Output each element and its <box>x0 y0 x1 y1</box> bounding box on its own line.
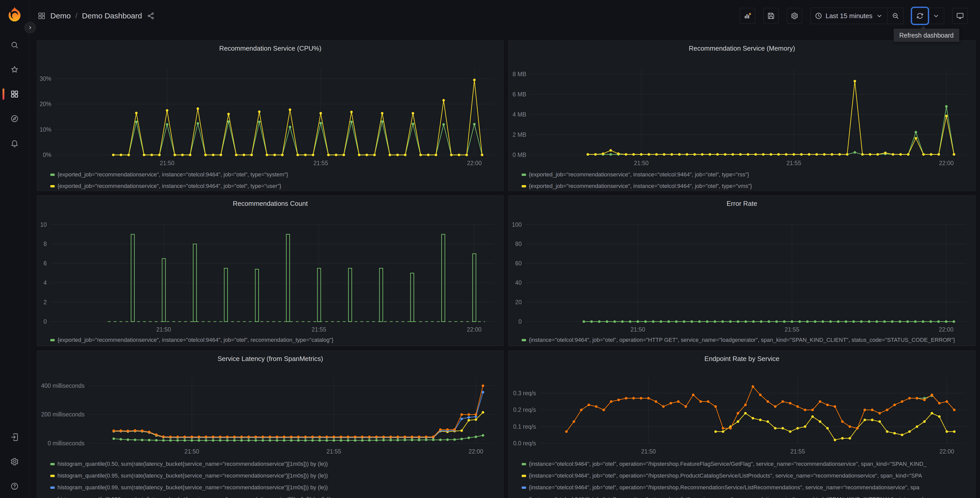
time-series-chart[interactable]: 0 MB2 MB4 MB6 MB8 MB21:5021:5522:00 <box>508 40 975 191</box>
legend-item[interactable]: histogram_quantile(0.50, sum(rate(latenc… <box>50 461 500 467</box>
time-series-chart[interactable]: 0%10%20%30%21:5021:5522:00 <box>37 40 504 191</box>
refresh-interval-dropdown[interactable] <box>928 8 944 24</box>
sidebar-expand-button[interactable] <box>24 22 36 33</box>
legend-swatch <box>50 475 55 477</box>
sidebar-item-signin[interactable] <box>0 433 29 442</box>
kiosk-mode-button[interactable] <box>952 8 968 24</box>
sidebar-item-help[interactable] <box>0 482 29 491</box>
dashboards-grid-icon <box>10 90 19 99</box>
legend-label: {instance="otelcol:9464", job="otel", op… <box>529 472 922 479</box>
legend-item[interactable]: {instance="otelcol:9464", job="otel", op… <box>522 461 972 467</box>
svg-text:22:00: 22:00 <box>939 160 954 166</box>
panel-title[interactable]: Recommendation Service (Memory) <box>508 45 975 53</box>
legend-item[interactable]: {exported_job="recommendationservice", i… <box>522 183 972 190</box>
clock-icon <box>815 12 822 20</box>
svg-text:80: 80 <box>515 241 522 247</box>
svg-text:10%: 10% <box>40 126 51 133</box>
legend-swatch <box>522 174 526 176</box>
legend-label: histogram_quantile(0.50, sum(rate(latenc… <box>57 461 328 467</box>
legend-item[interactable]: {exported_job="recommendationservice", i… <box>50 183 500 190</box>
add-panel-icon <box>744 12 751 20</box>
legend-swatch <box>522 185 526 187</box>
svg-text:21:55: 21:55 <box>790 448 805 455</box>
legend-item[interactable]: {exported_job="recommendationservice", i… <box>522 171 972 178</box>
svg-text:22:00: 22:00 <box>469 448 484 455</box>
sidebar-item-starred[interactable] <box>0 65 29 74</box>
time-series-chart[interactable]: 02040608010021:5021:5522:00 <box>508 196 975 346</box>
legend-item[interactable]: {exported_job="recommendationservice", i… <box>50 171 500 178</box>
legend-swatch <box>522 463 526 465</box>
legend-swatch <box>50 174 55 176</box>
panel-title[interactable]: Recommendations Count <box>37 200 504 208</box>
sign-in-icon <box>10 433 19 442</box>
time-series-chart[interactable]: 024681021:5021:5522:00 <box>37 196 504 346</box>
zoom-out-icon <box>892 12 899 20</box>
legend-swatch <box>50 487 55 489</box>
svg-text:21:55: 21:55 <box>326 448 341 455</box>
svg-text:0 milliseconds: 0 milliseconds <box>48 440 84 447</box>
legend-swatch <box>50 185 55 187</box>
legend-item[interactable]: {instance="otelcol:9464", job="otel", op… <box>522 337 972 343</box>
sidebar-item-explore[interactable] <box>0 114 29 123</box>
panel-recommendation-cpu: Recommendation Service (CPU%) 0%10%20%30… <box>37 40 504 191</box>
time-controls: Last 15 minutes <box>810 8 904 24</box>
svg-text:21:50: 21:50 <box>185 448 199 455</box>
star-icon <box>10 65 19 74</box>
panel-title[interactable]: Service Latency (from SpanMetrics) <box>37 355 504 363</box>
panel-legend: {exported_job="recommendationservice", i… <box>522 171 972 191</box>
legend-item[interactable]: histogram_quantile(0.99, sum(rate(latenc… <box>50 484 500 491</box>
panel-endpoint-rate: Endpoint Rate by Service 0.0 req/s0.1 re… <box>508 351 976 498</box>
legend-item[interactable]: histogram_quantile(0.999, sum(rate(laten… <box>50 496 500 498</box>
panel-title[interactable]: Recommendation Service (CPU%) <box>37 45 504 53</box>
refresh-tooltip: Refresh dashboard <box>894 29 959 42</box>
svg-text:4: 4 <box>43 279 47 286</box>
breadcrumb-section[interactable]: Demo <box>50 11 71 20</box>
legend-item[interactable]: {instance="otelcol:9464", job="otel", op… <box>522 496 972 498</box>
panel-title[interactable]: Error Rate <box>508 200 975 208</box>
panel-recommendation-memory: Recommendation Service (Memory) 0 MB2 MB… <box>508 40 976 191</box>
svg-text:2 MB: 2 MB <box>512 131 526 138</box>
save-icon <box>767 12 775 20</box>
grafana-logo[interactable] <box>6 6 22 22</box>
add-panel-button[interactable] <box>740 8 755 24</box>
svg-text:21:55: 21:55 <box>786 160 801 166</box>
svg-text:21:55: 21:55 <box>313 160 328 166</box>
legend-item[interactable]: {instance="otelcol:9464", job="otel", op… <box>522 472 972 479</box>
breadcrumb-page[interactable]: Demo Dashboard <box>82 11 142 20</box>
sidebar-item-alerting[interactable] <box>0 139 29 148</box>
refresh-button[interactable] <box>912 8 928 24</box>
dashboard-settings-button[interactable] <box>787 8 802 24</box>
breadcrumb-separator: / <box>75 12 77 20</box>
sidebar <box>0 0 29 498</box>
legend-swatch <box>50 339 55 341</box>
svg-text:0: 0 <box>43 318 47 325</box>
save-dashboard-button[interactable] <box>764 8 779 24</box>
legend-label: {instance="otelcol:9464", job="otel", op… <box>529 337 955 343</box>
legend-label: histogram_quantile(0.95, sum(rate(latenc… <box>57 472 328 479</box>
svg-text:20: 20 <box>515 299 522 305</box>
share-icon[interactable] <box>146 12 155 20</box>
refresh-icon <box>916 12 924 20</box>
legend-label: {exported_job="recommendationservice", i… <box>57 171 288 178</box>
legend-item[interactable]: {exported_job="recommendationservice", i… <box>50 337 500 343</box>
sidebar-item-dashboards[interactable] <box>0 89 29 99</box>
zoom-out-button[interactable] <box>887 8 904 24</box>
legend-label: {exported_job="recommendationservice", i… <box>57 183 281 190</box>
panel-title[interactable]: Endpoint Rate by Service <box>508 355 975 363</box>
svg-text:40: 40 <box>515 279 522 286</box>
legend-item[interactable]: histogram_quantile(0.95, sum(rate(latenc… <box>50 472 500 479</box>
legend-swatch <box>522 475 526 477</box>
legend-item[interactable]: {instance="otelcol:9464", job="otel", op… <box>522 484 972 491</box>
svg-text:0: 0 <box>519 318 522 325</box>
panel-legend: histogram_quantile(0.50, sum(rate(latenc… <box>50 461 500 498</box>
sidebar-item-search[interactable] <box>0 40 29 49</box>
svg-text:21:50: 21:50 <box>641 448 656 455</box>
legend-label: {instance="otelcol:9464", job="otel", op… <box>529 484 920 491</box>
sidebar-item-settings[interactable] <box>0 457 29 466</box>
time-range-label: Last 15 minutes <box>826 12 872 20</box>
svg-text:22:00: 22:00 <box>939 448 954 455</box>
chevron-right-icon <box>28 25 33 30</box>
time-range-picker[interactable]: Last 15 minutes <box>811 8 887 24</box>
help-icon <box>10 482 19 491</box>
panel-recommendations-count: Recommendations Count 024681021:5021:552… <box>37 195 504 346</box>
